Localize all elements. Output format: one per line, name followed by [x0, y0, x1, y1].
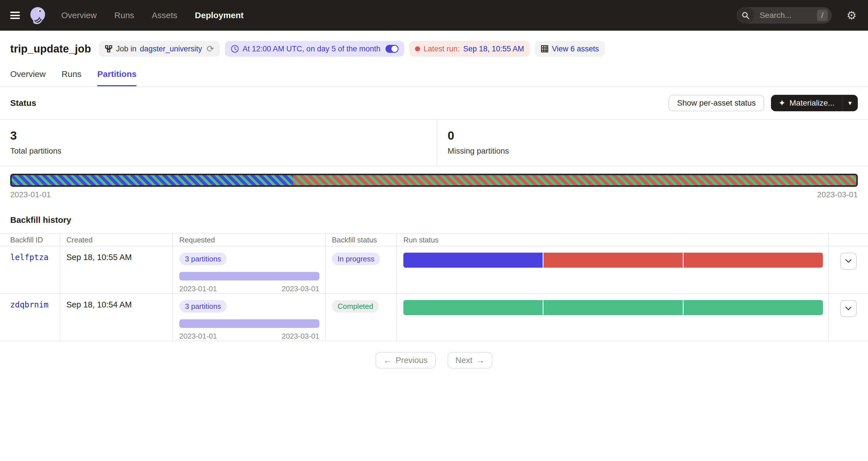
nav-runs[interactable]: Runs — [114, 10, 134, 20]
search-icon — [736, 7, 754, 24]
job-graph-icon — [105, 45, 113, 53]
status-heading: Status — [10, 98, 36, 108]
menu-icon[interactable] — [10, 12, 20, 19]
backfill-status-badge: In progress — [332, 253, 380, 265]
pagination: ← Previous Next → — [0, 352, 868, 369]
caret-down-icon: ▾ — [848, 99, 851, 107]
total-partitions-stat: 3 Total partitions — [0, 120, 437, 166]
view-assets-link[interactable]: View 6 assets — [552, 45, 599, 53]
dagster-logo-icon[interactable] — [29, 6, 48, 25]
job-location-badge: Job in dagster_university ⟳ — [99, 41, 220, 57]
table-row: lelfptza Sep 18, 10:55 AM 3 partitions 2… — [0, 246, 868, 293]
col-requested: Requested — [173, 234, 326, 246]
requested-partitions-badge[interactable]: 3 partitions — [179, 253, 227, 265]
materialize-label: Materialize... — [789, 98, 835, 108]
tab-partitions[interactable]: Partitions — [97, 69, 136, 86]
search-shortcut-key: / — [817, 10, 828, 21]
nav-assets[interactable]: Assets — [152, 10, 177, 20]
col-run-status: Run status — [397, 234, 829, 246]
requested-range-bar — [179, 272, 319, 281]
range-start-date: 2023-01-01 — [179, 332, 217, 341]
left-arrow-icon: ← — [383, 356, 392, 365]
col-created: Created — [60, 234, 173, 246]
row-expand-button[interactable] — [840, 300, 857, 317]
partition-stats: 3 Total partitions 0 Missing partitions — [0, 120, 868, 166]
nav-overview[interactable]: Overview — [61, 10, 97, 20]
col-backfill-id: Backfill ID — [0, 234, 60, 246]
run-status-bar[interactable] — [403, 300, 823, 315]
next-label: Next — [456, 356, 472, 365]
range-end-date: 2023-03-01 — [282, 284, 319, 293]
materialize-button[interactable]: ✦ Materialize... — [771, 95, 842, 111]
table-row: zdqbrnim Sep 18, 10:54 AM 3 partitions 2… — [0, 293, 868, 341]
health-bar-segment — [12, 175, 293, 185]
missing-partitions-label: Missing partitions — [447, 146, 509, 155]
missing-partitions-stat: 0 Missing partitions — [437, 120, 519, 166]
col-actions — [829, 234, 868, 246]
chevron-down-icon — [845, 259, 851, 263]
partition-health-section: 2023-01-01 2023-03-01 — [0, 166, 868, 208]
created-timestamp: Sep 18, 10:55 AM — [66, 253, 132, 262]
latest-run-label: Latest run: — [424, 45, 460, 53]
latest-run-badge: Latest run: Sep 18, 10:55 AM — [409, 41, 530, 57]
health-start-date: 2023-01-01 — [10, 190, 51, 199]
table-header-row: Backfill ID Created Requested Backfill s… — [0, 234, 868, 246]
asset-grid-icon — [541, 45, 549, 53]
row-expand-button[interactable] — [840, 253, 857, 270]
materialize-button-group: ✦ Materialize... ▾ — [771, 95, 858, 111]
run-status-segment[interactable] — [684, 253, 823, 268]
health-bar-segment — [293, 175, 856, 185]
created-timestamp: Sep 18, 10:54 AM — [66, 300, 132, 309]
backfill-status-badge: Completed — [332, 300, 379, 313]
backfill-id-link[interactable]: zdqbrnim — [10, 300, 49, 310]
partition-health-bar[interactable] — [10, 174, 858, 187]
total-partitions-label: Total partitions — [10, 146, 427, 155]
run-status-bar[interactable] — [403, 253, 823, 268]
col-backfill-status: Backfill status — [326, 234, 397, 246]
materialize-dropdown-button[interactable]: ▾ — [842, 95, 858, 111]
previous-label: Previous — [396, 356, 428, 365]
gear-icon[interactable]: ⚙ — [846, 10, 857, 21]
show-per-asset-status-button[interactable]: Show per-asset status — [669, 95, 764, 111]
requested-partitions-badge[interactable]: 3 partitions — [179, 300, 227, 313]
job-tabs: Overview Runs Partitions — [10, 69, 858, 86]
search-placeholder: Search... — [754, 11, 817, 20]
job-badge-prefix: Job in — [116, 45, 136, 53]
latest-run-link[interactable]: Sep 18, 10:55 AM — [463, 45, 524, 53]
run-status-segment[interactable] — [403, 253, 542, 268]
app-root: Overview Runs Assets Deployment Search..… — [0, 0, 868, 461]
failure-status-dot-icon — [415, 46, 420, 51]
next-page-button[interactable]: Next → — [447, 352, 493, 369]
status-section-header: Status Show per-asset status ✦ Materiali… — [0, 87, 868, 120]
nav-deployment[interactable]: Deployment — [195, 10, 244, 20]
view-assets-badge: View 6 assets — [535, 41, 605, 57]
range-end-date: 2023-03-01 — [282, 332, 319, 341]
refresh-icon[interactable]: ⟳ — [207, 44, 214, 54]
schedule-label: At 12:00 AM UTC, on day 5 of the month — [243, 45, 380, 53]
run-status-segment[interactable] — [684, 300, 823, 315]
page-title: trip_update_job — [10, 43, 91, 55]
backfill-history-heading: Backfill history — [0, 208, 868, 233]
schedule-toggle[interactable] — [385, 45, 399, 53]
previous-page-button[interactable]: ← Previous — [376, 352, 436, 369]
tab-overview[interactable]: Overview — [10, 69, 46, 86]
job-location-link[interactable]: dagster_university — [140, 45, 202, 53]
backfill-history-table: Backfill ID Created Requested Backfill s… — [0, 233, 868, 341]
top-nav-links: Overview Runs Assets Deployment — [61, 10, 244, 20]
right-arrow-icon: → — [476, 356, 485, 365]
backfill-id-link[interactable]: lelfptza — [10, 253, 49, 262]
run-status-segment[interactable] — [403, 300, 542, 315]
run-status-segment[interactable] — [544, 300, 683, 315]
clock-icon — [230, 45, 239, 53]
requested-range-bar — [179, 319, 319, 328]
missing-partitions-value: 0 — [447, 129, 509, 143]
range-start-date: 2023-01-01 — [179, 284, 217, 293]
chevron-down-icon — [845, 307, 851, 311]
run-status-segment[interactable] — [544, 253, 683, 268]
sparkle-icon: ✦ — [778, 99, 785, 107]
top-nav: Overview Runs Assets Deployment Search..… — [0, 0, 868, 31]
total-partitions-value: 3 — [10, 129, 427, 143]
page-header: trip_update_job Job in dagster_universit… — [0, 31, 868, 86]
tab-runs[interactable]: Runs — [62, 69, 82, 86]
search-input[interactable]: Search... / — [736, 7, 832, 24]
